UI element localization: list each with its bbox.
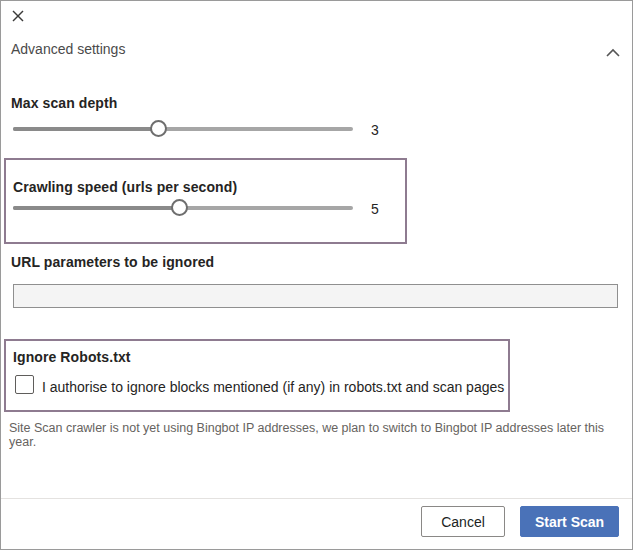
ignore-robots-label: Ignore Robots.txt (13, 349, 131, 365)
crawling-speed-label: Crawling speed (urls per second) (13, 179, 237, 195)
max-scan-depth-slider[interactable] (13, 120, 353, 137)
footer-divider (1, 498, 632, 499)
crawling-speed-value: 5 (371, 201, 379, 217)
robots-checkbox[interactable] (15, 375, 34, 394)
slider-fill (13, 206, 180, 210)
close-icon[interactable] (9, 7, 27, 25)
crawling-speed-slider[interactable] (13, 199, 353, 216)
robots-checkbox-label: I authorise to ignore blocks mentioned (… (42, 379, 504, 395)
slider-thumb[interactable] (150, 120, 167, 137)
crawler-note: Site Scan crawler is not yet using Bingb… (9, 421, 632, 449)
start-scan-button[interactable]: Start Scan (520, 506, 619, 537)
url-params-input[interactable] (13, 284, 618, 308)
advanced-settings-title: Advanced settings (11, 41, 125, 57)
max-scan-depth-value: 3 (371, 122, 379, 138)
advanced-settings-panel: Advanced settings Max scan depth 3 Crawl… (0, 0, 633, 550)
max-scan-depth-label: Max scan depth (11, 95, 117, 111)
slider-thumb[interactable] (171, 199, 188, 216)
slider-fill (13, 127, 159, 131)
cancel-button[interactable]: Cancel (421, 506, 505, 537)
url-params-label: URL parameters to be ignored (11, 254, 214, 270)
chevron-up-icon[interactable] (606, 43, 620, 52)
